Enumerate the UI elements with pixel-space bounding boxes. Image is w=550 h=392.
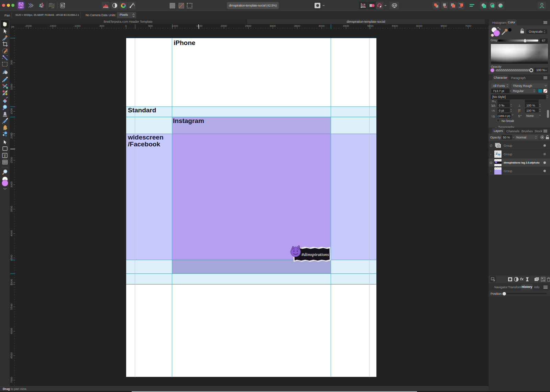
svg-text:4500: 4500 [343,24,349,27]
svg-text:2000: 2000 [221,24,227,27]
svg-text:7000: 7000 [465,24,471,27]
svg-text:-2000: -2000 [25,24,32,27]
svg-text:500: 500 [148,24,153,27]
svg-text:7000: 7000 [10,377,13,383]
svg-text:2500: 2500 [10,157,13,163]
svg-text:6000: 6000 [416,24,422,27]
svg-text:5500: 5500 [10,303,13,310]
svg-text:3000: 3000 [270,24,276,27]
svg-text:0: 0 [125,24,127,27]
svg-text:1000: 1000 [172,24,178,27]
svg-text:T: T [4,154,6,158]
svg-text:6500: 6500 [441,24,447,27]
svg-text:500: 500 [10,60,13,65]
svg-text:3000: 3000 [10,181,13,188]
svg-text:6500: 6500 [10,352,13,358]
svg-text:-500: -500 [99,24,104,27]
svg-text:1500: 1500 [10,108,13,114]
svg-text:3500: 3500 [294,24,300,27]
svg-text:5000: 5000 [367,24,374,27]
svg-text:#dimspirations: #dimspirations [301,252,329,257]
svg-text:2500: 2500 [245,24,251,27]
svg-text:5500: 5500 [392,24,398,27]
svg-text:-1500: -1500 [49,24,56,27]
svg-text:6000: 6000 [10,328,13,334]
svg-text:4000: 4000 [10,230,13,236]
svg-text:3500: 3500 [10,206,13,212]
svg-text:2000: 2000 [10,132,13,138]
svg-text:1000: 1000 [10,83,13,90]
svg-text:-1000: -1000 [74,24,81,27]
svg-text:1500: 1500 [196,24,202,27]
svg-text:4000: 4000 [318,24,324,27]
